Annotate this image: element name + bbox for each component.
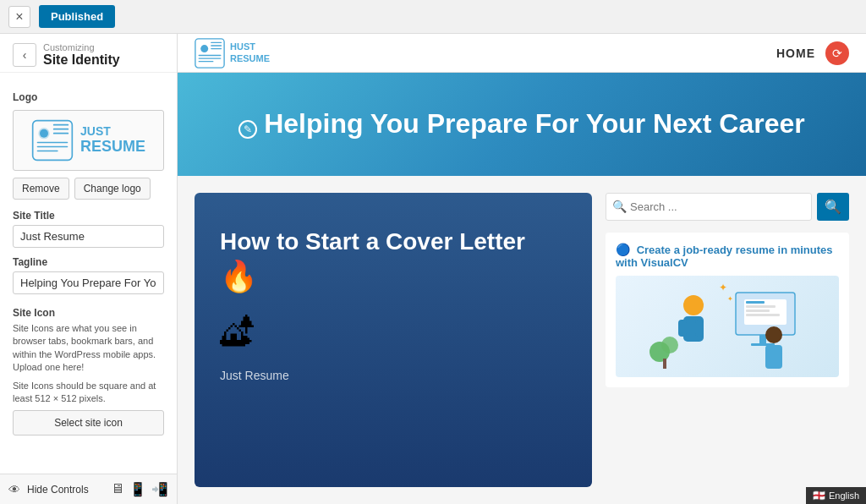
remove-logo-button[interactable]: Remove xyxy=(13,178,69,200)
svg-point-29 xyxy=(765,326,782,343)
svg-rect-33 xyxy=(663,359,666,369)
main-layout: ‹ Customizing Site Identity Logo xyxy=(0,34,866,504)
svg-rect-4 xyxy=(37,146,69,148)
svg-rect-23 xyxy=(759,335,766,343)
promo-icon: 🔵 xyxy=(616,243,630,256)
close-icon: × xyxy=(15,9,23,25)
featured-subtitle: Just Resume xyxy=(220,369,567,382)
svg-rect-21 xyxy=(746,310,770,312)
svg-rect-27 xyxy=(678,320,687,337)
sidebar-header-text: Customizing Site Identity xyxy=(43,42,120,68)
preview-nav: HUST RESUME HOME ⟳ xyxy=(178,34,866,73)
featured-card-inner: How to Start a Cover Letter 🔥 🏕 Just Res… xyxy=(195,193,592,487)
preview-logo: HUST RESUME xyxy=(195,38,270,68)
top-bar: × Published xyxy=(0,0,866,34)
sidebar-widgets: 🔍 🔍 🔵 Create a job-ready resume in minut… xyxy=(606,193,849,487)
hide-controls-label[interactable]: Hide Controls xyxy=(27,484,104,496)
svg-point-10 xyxy=(200,45,208,52)
sidebar-content: Logo JUST xyxy=(0,73,177,474)
promo-widget: 🔵 Create a job-ready resume in minutes w… xyxy=(606,233,849,387)
device-icons: 🖥 📱 📲 xyxy=(111,481,168,497)
select-site-icon-button[interactable]: Select site icon xyxy=(13,410,164,436)
close-button[interactable]: × xyxy=(8,6,30,28)
svg-rect-19 xyxy=(746,301,765,304)
svg-text:✦: ✦ xyxy=(719,282,727,293)
nav-home-link[interactable]: HOME xyxy=(776,47,815,60)
customizing-label: Customizing xyxy=(43,42,120,52)
search-widget: 🔍 🔍 xyxy=(606,193,849,221)
preview-area: HUST RESUME HOME ⟳ ✎ Helping You Prepare… xyxy=(178,34,866,504)
sidebar-footer: 👁 Hide Controls 🖥 📱 📲 xyxy=(0,474,177,504)
hero-title-container: ✎ Helping You Prepare For Your Next Care… xyxy=(195,107,849,142)
svg-rect-22 xyxy=(746,314,780,316)
svg-rect-0 xyxy=(33,121,73,161)
promo-text: Create a job-ready resume in minutes wit… xyxy=(616,244,833,269)
svg-point-25 xyxy=(683,295,704,315)
featured-card: How to Start a Cover Letter 🔥 🏕 Just Res… xyxy=(195,193,592,487)
tablet-icon[interactable]: 📱 xyxy=(129,481,146,497)
preview-logo-text: HUST RESUME xyxy=(230,41,270,63)
sidebar-header: ‹ Customizing Site Identity xyxy=(0,34,177,73)
logo-buttons: Remove Change logo xyxy=(13,178,164,200)
fire-emoji: 🔥 xyxy=(220,259,258,293)
site-identity-title: Site Identity xyxy=(43,52,120,68)
site-icon-desc1: Site Icons are what you see in browser t… xyxy=(13,322,164,375)
svg-point-32 xyxy=(661,337,678,353)
search-input[interactable] xyxy=(606,193,812,221)
site-title-label: Site Title xyxy=(13,210,164,222)
english-badge[interactable]: 🏴󠁧󠁢󠁥󠁮󠁧󠁿 English xyxy=(806,487,866,504)
search-icon: 🔍 xyxy=(825,199,841,215)
svg-rect-13 xyxy=(199,61,214,62)
campfire-emoji: 🏕 xyxy=(220,314,254,352)
search-widget-icon: 🔍 xyxy=(612,200,627,213)
mobile-icon[interactable]: 📲 xyxy=(151,481,168,497)
logo-image: JUST RESUME xyxy=(31,119,145,162)
logo-preview-area: JUST RESUME xyxy=(13,110,164,171)
hero-title: Helping You Prepare For Your Next Career xyxy=(264,108,805,139)
illustration-svg: ✦ ✦ xyxy=(616,276,839,377)
svg-point-2 xyxy=(40,129,48,138)
svg-rect-20 xyxy=(746,305,776,308)
svg-rect-28 xyxy=(695,320,704,337)
nav-user-icon[interactable]: ⟳ xyxy=(825,41,849,65)
hero-section: ✎ Helping You Prepare For Your Next Care… xyxy=(178,73,866,176)
search-button[interactable]: 🔍 xyxy=(817,193,849,221)
preview-logo-icon xyxy=(195,38,225,68)
back-button[interactable]: ‹ xyxy=(13,43,36,67)
person-graphic: ✦ ✦ xyxy=(616,276,839,377)
user-icon: ⟳ xyxy=(832,47,842,60)
english-label: English xyxy=(829,490,859,501)
tagline-label: Tagline xyxy=(13,256,164,268)
featured-card-title: How to Start a Cover Letter 🔥 xyxy=(220,227,567,297)
published-button[interactable]: Published xyxy=(39,5,115,28)
change-logo-button[interactable]: Change logo xyxy=(74,178,151,200)
logo-icon xyxy=(31,119,74,162)
site-icon-label: Site Icon xyxy=(13,307,164,319)
site-title-input[interactable] xyxy=(13,225,164,248)
back-icon: ‹ xyxy=(23,48,27,62)
logo-section-label: Logo xyxy=(13,91,164,103)
desktop-icon[interactable]: 🖥 xyxy=(111,481,124,497)
customizer-sidebar: ‹ Customizing Site Identity Logo xyxy=(0,34,178,504)
svg-rect-3 xyxy=(37,142,69,144)
content-section: How to Start a Cover Letter 🔥 🏕 Just Res… xyxy=(178,176,866,504)
site-icon-section: Site Icon Site Icons are what you see in… xyxy=(13,307,164,436)
svg-rect-30 xyxy=(765,345,782,369)
svg-rect-5 xyxy=(37,151,58,152)
svg-text:✦: ✦ xyxy=(727,295,733,303)
tagline-input[interactable] xyxy=(13,271,164,294)
flag-icon: 🏴󠁧󠁢󠁥󠁮󠁧󠁿 xyxy=(813,490,825,501)
eye-icon: 👁 xyxy=(8,483,20,496)
site-icon-desc2: Site Icons should be square and at least… xyxy=(13,380,164,406)
logo-text: JUST RESUME xyxy=(80,125,145,155)
svg-rect-12 xyxy=(199,58,222,58)
edit-overlay-icon: ✎ xyxy=(238,120,257,139)
svg-rect-11 xyxy=(199,54,222,55)
